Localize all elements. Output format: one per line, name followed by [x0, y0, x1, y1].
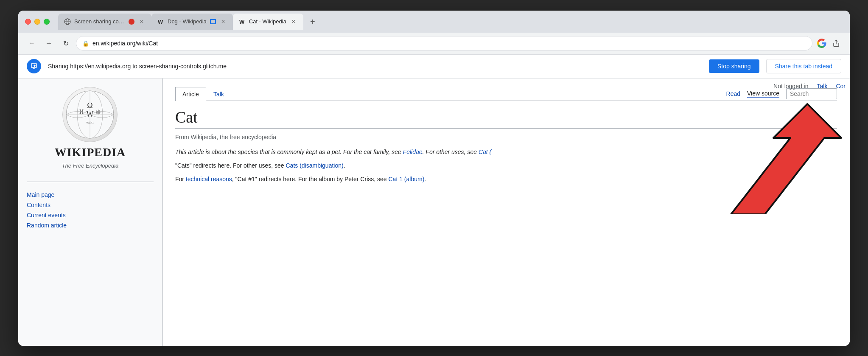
address-bar[interactable]: 🔒 en.wikipedia.org/wiki/Cat	[76, 36, 812, 50]
browser-window: Screen sharing controls ✕ W Dog - Wikipe…	[18, 11, 850, 346]
tab-screen-sharing-label: Screen sharing controls	[74, 18, 125, 25]
sharing-banner: Sharing https://en.wikipedia.org to scre…	[18, 55, 850, 78]
article-title: Cat	[175, 108, 837, 129]
link-cat-1-album[interactable]: Cat 1 (album)	[389, 176, 425, 182]
article-paragraph-2: "Cats" redirects here. For other uses, s…	[175, 161, 837, 170]
action-read[interactable]: Read	[726, 90, 740, 97]
sidebar-item-contents[interactable]: Contents	[27, 201, 154, 209]
lock-icon: 🔒	[82, 40, 89, 47]
tab-cat-label: Cat - Wikipedia	[249, 18, 286, 25]
link-technical-reasons[interactable]: technical reasons	[186, 176, 232, 182]
tab-dog-label: Dog - Wikipedia	[168, 18, 207, 25]
article-paragraph-3: For technical reasons, "Cat #1" redirect…	[175, 174, 837, 184]
minimize-button[interactable]	[34, 19, 40, 25]
tab-cat-close-button[interactable]: ✕	[290, 18, 297, 25]
address-text: en.wikipedia.org/wiki/Cat	[92, 40, 806, 47]
svg-text:W: W	[239, 19, 245, 25]
wiki-search-input[interactable]	[786, 88, 837, 99]
toolbar: ← → ↻ 🔒 en.wikipedia.org/wiki/Cat	[18, 33, 850, 55]
wikipedia-logo: Ω W И 維 wiki Wikipedia The Free Encycl	[55, 87, 126, 169]
sharing-description: Sharing https://en.wikipedia.org to scre…	[48, 63, 702, 70]
sidebar-item-random-article[interactable]: Random article	[27, 221, 154, 230]
article-body: This article is about the species that i…	[175, 147, 837, 184]
tabs-container: Screen sharing controls ✕ W Dog - Wikipe…	[58, 14, 843, 30]
tab-dog-close-button[interactable]: ✕	[219, 18, 227, 25]
article-tabs: Article Talk Read View source	[175, 87, 837, 101]
article-paragraph-1: This article is about the species that i…	[175, 147, 837, 157]
forward-button[interactable]: →	[42, 36, 56, 50]
tab-article[interactable]: Article	[175, 87, 206, 101]
wikipedia-sidebar: Ω W И 維 wiki Wikipedia The Free Encycl	[18, 78, 162, 346]
close-button[interactable]	[25, 19, 31, 25]
share-this-tab-button[interactable]: Share this tab instead	[766, 59, 841, 73]
link-felidae[interactable]: Felidae	[403, 149, 423, 155]
wikipedia-subtitle: The Free Encyclopedia	[62, 163, 119, 169]
link-cat-disambiguation[interactable]: Cat (	[479, 149, 491, 155]
wikipedia-icon: W	[157, 18, 164, 25]
sidebar-item-main-page[interactable]: Main page	[27, 191, 154, 199]
action-view-source[interactable]: View source	[747, 90, 779, 98]
wikipedia-main-content: Not logged in Talk Cor Article Talk Read…	[162, 78, 850, 346]
tab-screen-sharing[interactable]: Screen sharing controls ✕	[58, 14, 151, 30]
title-bar: Screen sharing controls ✕ W Dog - Wikipe…	[18, 11, 850, 33]
share-page-button[interactable]	[829, 36, 843, 50]
talk-link[interactable]: Talk	[817, 83, 828, 90]
screen-share-icon	[27, 59, 41, 73]
contributions-link[interactable]: Cor	[836, 83, 846, 90]
tab-dog-wikipedia[interactable]: W Dog - Wikipedia ✕	[151, 14, 233, 30]
share-tab-icon	[210, 19, 216, 24]
not-logged-in-label: Not logged in	[773, 83, 809, 90]
tab-close-button[interactable]: ✕	[138, 18, 146, 25]
wikipedia-nav-links: Main page Contents Current events Random…	[27, 182, 154, 230]
record-dot-icon	[129, 19, 134, 25]
wikipedia-globe-icon: Ω W И 維 wiki	[62, 87, 118, 142]
reload-button[interactable]: ↻	[59, 36, 73, 50]
article-subtitle: From Wikipedia, the free encyclopedia	[175, 134, 837, 140]
wikipedia-icon-cat: W	[239, 18, 246, 25]
page-content: Ω W И 維 wiki Wikipedia The Free Encycl	[18, 78, 850, 346]
tab-cat-wikipedia[interactable]: W Cat - Wikipedia ✕	[233, 14, 303, 30]
tab-talk[interactable]: Talk	[206, 87, 231, 101]
wiki-user-tools: Not logged in Talk Cor	[773, 83, 846, 90]
google-icon	[816, 37, 828, 49]
svg-text:W: W	[158, 19, 163, 25]
article-actions: Read View source	[726, 88, 837, 99]
new-tab-button[interactable]: +	[305, 14, 320, 30]
globe-icon	[64, 18, 71, 25]
sidebar-item-current-events[interactable]: Current events	[27, 211, 154, 219]
wikipedia-title: Wikipedia	[55, 146, 126, 159]
toolbar-right	[816, 36, 843, 50]
link-cats-disambiguation[interactable]: Cats (disambiguation)	[286, 162, 344, 169]
maximize-button[interactable]	[44, 19, 50, 25]
traffic-lights	[25, 19, 50, 25]
stop-sharing-button[interactable]: Stop sharing	[709, 59, 759, 73]
back-button[interactable]: ←	[25, 36, 39, 50]
